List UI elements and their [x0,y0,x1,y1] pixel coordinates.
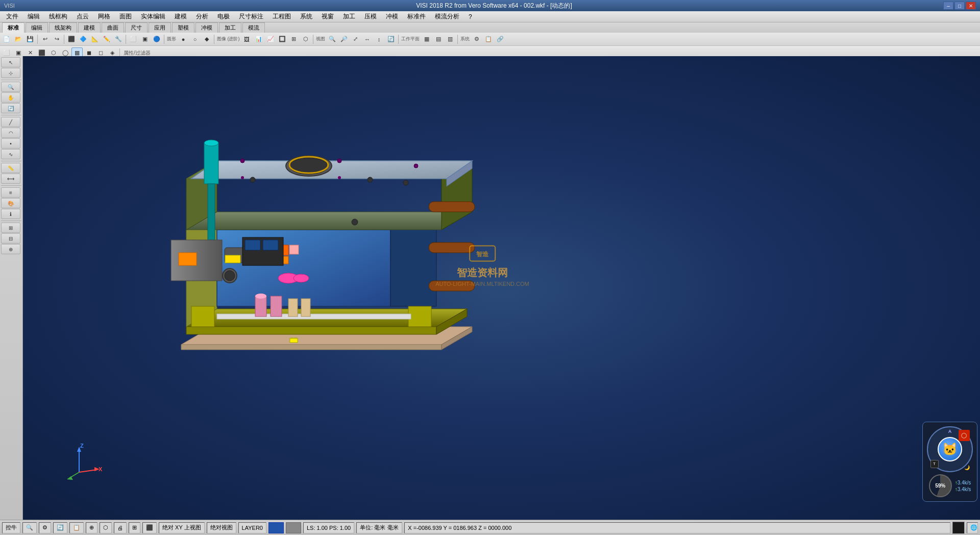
tb-img3[interactable]: 📈 [265,34,276,45]
tb-wp2[interactable]: ▤ [433,34,444,45]
sb-spline[interactable]: ∿ [1,149,20,159]
tab-standard[interactable]: 标准 [2,22,24,33]
sb-color[interactable]: 🎨 [1,198,20,208]
sb-dim[interactable]: ⟷ [1,174,20,184]
view-red-btn[interactable]: ◯ [959,430,970,441]
status-icon-end1[interactable]: 🌐 [967,522,978,533]
tb-btn6[interactable]: ✏️ [101,34,112,45]
status-icon4[interactable]: 📋 [69,522,84,533]
tb-img2[interactable]: 📊 [253,34,264,45]
tb-btn8[interactable]: ⬜ [128,34,139,45]
menu-machining[interactable]: 加工 [339,11,359,22]
tab-surface[interactable]: 曲面 [102,22,124,33]
tab-moldflow[interactable]: 模流 [242,22,265,33]
tab-modeling[interactable]: 建模 [78,22,101,33]
tb-redo[interactable]: ↪ [51,34,62,45]
menu-help[interactable]: ? [464,12,476,21]
sb-select[interactable]: ↖ [1,57,20,67]
sb-misc1[interactable]: ⊞ [1,223,20,233]
tb-shape1[interactable]: ● [178,34,189,45]
tb-btn9[interactable]: ▣ [139,34,151,45]
tb-img5[interactable]: ⊞ [288,34,300,45]
maximize-button[interactable]: □ [954,2,965,10]
sb-prop[interactable]: ℹ [1,209,20,219]
menu-dimension[interactable]: 尺寸标注 [235,11,267,22]
tab-plastic[interactable]: 塑模 [172,22,194,33]
tb-save[interactable]: 💾 [24,34,36,45]
menu-edit[interactable]: 编辑 [23,11,44,22]
tb-undo[interactable]: ↩ [39,34,51,45]
tb-open[interactable]: 📂 [13,34,24,45]
sb-zoom[interactable]: 🔍 [1,82,20,92]
sb-misc2[interactable]: ⊟ [1,233,20,244]
tb-shape2[interactable]: ○ [189,34,201,45]
status-icon9[interactable]: ⬛ [142,522,157,533]
menu-analysis[interactable]: 分析 [192,11,212,22]
status-icon6[interactable]: ⬡ [100,522,112,533]
menu-surface[interactable]: 面图 [115,11,136,22]
tb-view3[interactable]: ⤢ [350,34,361,45]
sb-rotate[interactable]: 🔄 [1,103,20,113]
sb-measure[interactable]: 📏 [1,163,20,173]
menu-system[interactable]: 系统 [296,11,316,22]
tab-wireframe[interactable]: 线架构 [49,22,77,33]
sb-pick[interactable]: ⊹ [1,68,20,78]
tb-btn7[interactable]: 🔧 [113,34,124,45]
tab-edit[interactable]: 编辑 [26,22,48,33]
3d-viewport[interactable]: 智造 智造资料网 AUTO-LIGHT-MAIN.MLTIKEND.COM Z … [23,56,980,520]
sb-layer[interactable]: ≡ [1,187,20,198]
tb-view6[interactable]: 🔄 [385,34,397,45]
view-compass[interactable]: A 🌙 🐱 T ◯ [927,426,973,472]
tb-btn3[interactable]: ⬛ [66,34,77,45]
menu-stamping[interactable]: 冲模 [382,11,402,22]
tb-btn5[interactable]: 📐 [89,34,101,45]
status-icon3[interactable]: 🔄 [53,522,67,533]
menu-file[interactable]: 文件 [2,11,22,22]
sb-line[interactable]: ╱ [1,117,20,127]
menu-pointcloud[interactable]: 点云 [72,11,93,22]
tb-view2[interactable]: 🔎 [338,34,350,45]
sb-pan[interactable]: ✋ [1,92,20,103]
close-button[interactable]: ✕ [966,2,976,10]
menu-press[interactable]: 压模 [360,11,381,22]
status-icon8[interactable]: ⊞ [129,522,140,533]
tb-view1[interactable]: 🔍 [327,34,338,45]
tb-img6[interactable]: ⬡ [300,34,311,45]
menu-modeling[interactable]: 建模 [170,11,191,22]
sb-arc[interactable]: ◠ [1,128,20,138]
menu-wireframe[interactable]: 线框构 [45,11,71,22]
menu-standard[interactable]: 标准件 [403,11,430,22]
sb-misc3[interactable]: ⊕ [1,244,20,254]
tb-btn10[interactable]: 🔵 [151,34,162,45]
tab-apply[interactable]: 应用 [149,22,171,33]
tb-sys2[interactable]: 📋 [483,34,494,45]
status-icon7[interactable]: 🖨 [114,522,127,533]
tb-img4[interactable]: 🔲 [277,34,288,45]
menu-solid-edit[interactable]: 实体编辑 [137,11,169,22]
tb-shape3[interactable]: ◆ [201,34,212,45]
menu-view[interactable]: 视窗 [317,11,338,22]
tb-sys1[interactable]: ⚙ [471,34,482,45]
tb-wp1[interactable]: ▦ [421,34,432,45]
status-icon2[interactable]: ⚙ [39,522,51,533]
status-icon1[interactable]: 🔍 [22,522,37,533]
menu-moldflow[interactable]: 模流分析 [431,11,463,22]
tab-stamping[interactable]: 冲模 [195,22,218,33]
svg-rect-44 [288,299,298,317]
menu-mesh[interactable]: 网格 [94,11,114,22]
tb-btn4[interactable]: 🔷 [78,34,89,45]
tb-new[interactable]: 📄 [1,34,12,45]
tab-dimension[interactable]: 尺寸 [125,22,148,33]
status-icon5[interactable]: ⊕ [86,522,97,533]
tb-wp3[interactable]: ▥ [445,34,456,45]
menu-electrode[interactable]: 电极 [213,11,234,22]
minimize-button[interactable]: – [943,2,953,10]
tab-machining[interactable]: 加工 [219,22,241,33]
sep1 [37,35,38,44]
menu-drawing[interactable]: 工程图 [268,11,295,22]
sb-point[interactable]: • [1,138,20,149]
tb-sys3[interactable]: 🔗 [495,34,506,45]
tb-view5[interactable]: ↕ [374,34,385,45]
tb-view4[interactable]: ↔ [362,34,373,45]
tb-img1[interactable]: 🖼 [241,34,253,45]
